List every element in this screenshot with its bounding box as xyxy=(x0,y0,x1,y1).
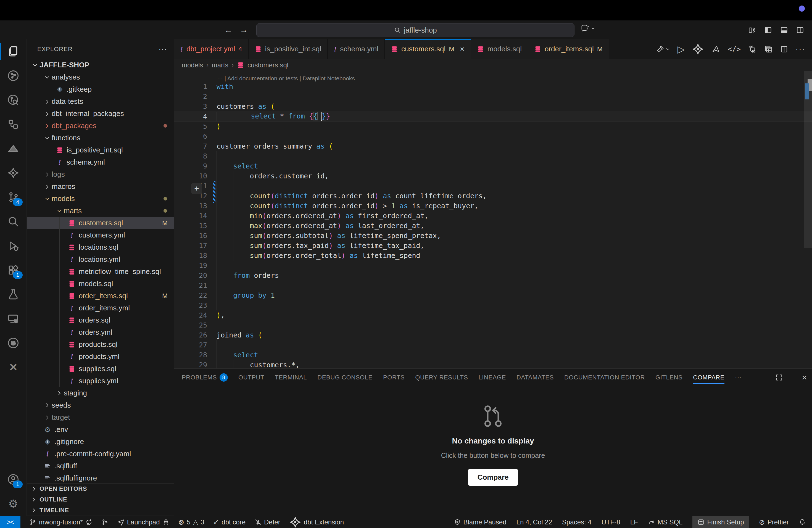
split-editor-action-icon[interactable] xyxy=(780,45,788,53)
breadcrumb-item[interactable]: customers.sql xyxy=(247,61,288,69)
forward-arrow-icon[interactable]: → xyxy=(240,25,248,34)
activity-symbols-button[interactable] xyxy=(0,112,27,136)
activity-source-control-button[interactable]: 4 xyxy=(0,185,27,209)
activity-dbt-star-button[interactable] xyxy=(0,161,27,185)
tree-item-data-tests[interactable]: data-tests xyxy=(27,96,174,108)
problems-indicator[interactable]: ⊗5△3 xyxy=(178,518,204,526)
compare-arrows-action-icon[interactable] xyxy=(748,45,757,54)
panel-tab-terminal[interactable]: TERMINAL xyxy=(275,369,307,386)
panel-tab-debug-console[interactable]: DEBUG CONSOLE xyxy=(317,369,373,386)
breadcrumb[interactable]: models›marts›customers.sql xyxy=(174,59,812,71)
code-line-10[interactable]: 10 orders.customer_id, xyxy=(174,171,812,181)
dbt-extension-status[interactable]: dbt Extension xyxy=(289,516,344,528)
panel-tab-query-results[interactable]: QUERY RESULTS xyxy=(415,369,468,386)
compare-button[interactable]: Compare xyxy=(468,469,518,486)
panel-tab-lineage[interactable]: LINEAGE xyxy=(478,369,506,386)
tab-order-items-sql[interactable]: order_items.sqlM xyxy=(528,39,609,59)
activity-graph-search-circle-button[interactable] xyxy=(0,88,27,112)
code-tags-action-icon[interactable]: </> xyxy=(728,45,741,53)
tree-item-target[interactable]: target xyxy=(27,411,174,424)
hammer-action-icon[interactable] xyxy=(656,45,670,53)
code-line-9[interactable]: 9 select xyxy=(174,161,812,171)
close-panel-icon[interactable]: × xyxy=(802,372,807,383)
code-line-24[interactable]: 24), xyxy=(174,310,812,320)
tab-schema-yml[interactable]: !schema.yml xyxy=(328,39,385,59)
activity-datapilot-mountain-button[interactable] xyxy=(0,136,27,161)
command-center-search[interactable]: jaffle-shop xyxy=(256,23,575,37)
activity-extensions-button[interactable]: 1 xyxy=(0,258,27,282)
tree-item--gitignore[interactable]: .gitignore xyxy=(27,436,174,448)
code-line-21[interactable]: 21 xyxy=(174,281,812,291)
toggle-panel-icon[interactable] xyxy=(780,26,788,33)
activity-run-debug-button[interactable] xyxy=(0,234,27,258)
code-line-19[interactable]: 19 xyxy=(174,261,812,270)
ellipsis-action-icon[interactable]: ··· xyxy=(795,44,806,54)
add-line-action-button[interactable]: + xyxy=(191,183,202,194)
activity-x-solid-button[interactable]: ✕ xyxy=(0,355,27,379)
defer-toggle[interactable]: Defer xyxy=(255,518,280,526)
tree-item-supplies-yml[interactable]: !supplies.yml xyxy=(27,375,174,387)
finish-setup-button[interactable]: Finish Setup xyxy=(692,516,749,528)
code-line-5[interactable]: 5) xyxy=(174,121,812,131)
activity-files-button[interactable] xyxy=(0,39,27,63)
panel-tab-compare[interactable]: COMPARE xyxy=(693,369,724,386)
activity-account-button[interactable]: 1 xyxy=(0,467,27,492)
copilot-menu-button[interactable] xyxy=(581,24,595,32)
cursor-position[interactable]: Ln 4, Col 22 xyxy=(517,518,552,526)
tree-item-products-sql[interactable]: products.sql xyxy=(27,339,174,351)
tree-item-customers-sql[interactable]: customers.sqlM xyxy=(27,217,174,229)
tree-item-products-yml[interactable]: !products.yml xyxy=(27,351,174,363)
tree-item-orders-yml[interactable]: !orders.yml xyxy=(27,326,174,339)
toggle-sidebar-left-icon[interactable] xyxy=(764,26,772,33)
encoding[interactable]: UTF-8 xyxy=(601,518,620,526)
activity-github-button[interactable] xyxy=(0,331,27,355)
altimate-a-action-icon[interactable] xyxy=(711,45,721,54)
dbt-star-action-icon[interactable] xyxy=(692,43,704,55)
panel-tab-ports[interactable]: PORTS xyxy=(383,369,405,386)
tab-models-sql[interactable]: models.sql xyxy=(471,39,528,59)
tree-item-schema-yml[interactable]: !schema.yml xyxy=(27,156,174,168)
tree-item--gitkeep[interactable]: .gitkeep xyxy=(27,84,174,96)
dbt-core-status[interactable]: ✓dbt core xyxy=(213,518,246,526)
code-line-13[interactable]: 13 count(distinct orders.order_id) > 1 a… xyxy=(174,201,812,211)
tree-item--env[interactable]: ⚙.env xyxy=(27,424,174,436)
activity-search-button[interactable] xyxy=(0,209,27,234)
tree-item-locations-sql[interactable]: locations.sql xyxy=(27,241,174,253)
code-line-11[interactable]: 11 xyxy=(174,181,812,191)
tree-item-is-positive-int-sql[interactable]: is_positive_int.sql xyxy=(27,144,174,156)
codelens-actions[interactable]: ··· | Add documentation or tests | Datap… xyxy=(174,71,812,82)
tree-item-seeds[interactable]: seeds xyxy=(27,399,174,411)
code-line-1[interactable]: 1with xyxy=(174,82,812,92)
editor-scrollbar[interactable] xyxy=(804,71,812,368)
tree-item-locations-yml[interactable]: !locations.yml xyxy=(27,253,174,266)
activity-settings-gear-button[interactable]: ⚙ xyxy=(0,492,27,516)
code-line-3[interactable]: 3customers as ( xyxy=(174,102,812,112)
code-editor[interactable]: ··· | Add documentation or tests | Datap… xyxy=(174,71,812,368)
tree-item-jaffle-shop[interactable]: JAFFLE-SHOP xyxy=(27,59,174,71)
code-line-22[interactable]: 22 group by 1 xyxy=(174,291,812,300)
commit-graph-button[interactable] xyxy=(101,518,108,526)
code-line-18[interactable]: 18 sum(orders.order_total) as lifetime_s… xyxy=(174,251,812,261)
tree-item-functions[interactable]: functions xyxy=(27,132,174,144)
tree-item-logs[interactable]: logs xyxy=(27,168,174,180)
code-line-14[interactable]: 14 min(orders.ordered_at) as first_order… xyxy=(174,211,812,221)
code-line-6[interactable]: 6 xyxy=(174,131,812,142)
explorer-more-icon[interactable]: ··· xyxy=(159,45,167,54)
breadcrumb-item[interactable]: marts xyxy=(212,61,228,69)
code-line-26[interactable]: 26joined as ( xyxy=(174,330,812,340)
panel-tab-documentation-editor[interactable]: DOCUMENTATION EDITOR xyxy=(564,369,645,386)
tree-item-metricflow-time-spine-sql[interactable]: metricflow_time_spine.sql xyxy=(27,266,174,278)
code-line-16[interactable]: 16 sum(orders.subtotal) as lifetime_spen… xyxy=(174,231,812,241)
tree-item-marts[interactable]: marts xyxy=(27,205,174,217)
panel-tab-problems[interactable]: PROBLEMS8 xyxy=(182,369,228,386)
tree-item-models-sql[interactable]: models.sql xyxy=(27,278,174,290)
tree-item--sqlfluffignore[interactable]: .sqlfluffignore xyxy=(27,472,174,483)
sidebar-section-outline[interactable]: OUTLINE xyxy=(27,494,174,505)
tree-item-customers-yml[interactable]: !customers.yml xyxy=(27,229,174,241)
tab-is-positive-int-sql[interactable]: is_positive_int.sql xyxy=(249,39,328,59)
table-copy-action-icon[interactable] xyxy=(764,45,773,54)
breadcrumb-item[interactable]: models xyxy=(182,61,203,69)
back-arrow-icon[interactable]: ← xyxy=(224,25,233,34)
code-line-27[interactable]: 27 xyxy=(174,340,812,350)
eol[interactable]: LF xyxy=(630,518,638,526)
